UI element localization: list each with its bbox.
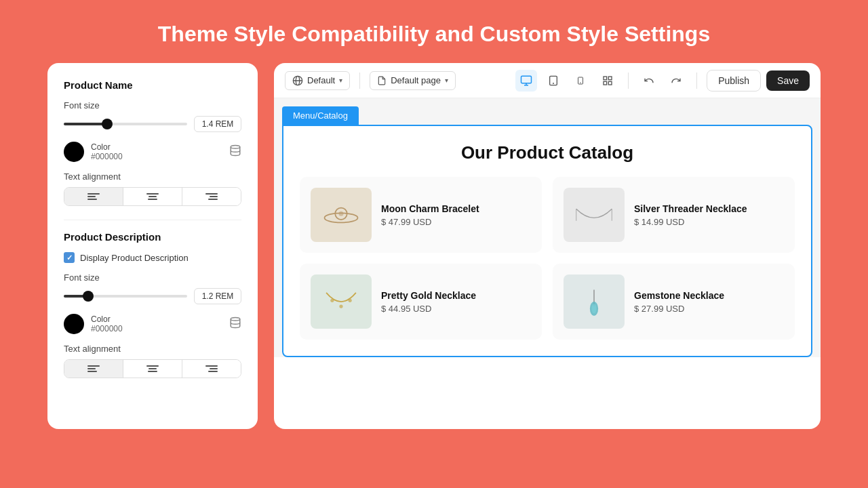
align-right-btn-2[interactable] [182, 360, 241, 378]
product-image-svg-3 [570, 281, 618, 322]
product-image-svg-1 [570, 195, 618, 235]
font-size-slider-row-2: 1.2 REM [64, 288, 241, 304]
text-alignment-label-2: Text alignment [64, 344, 241, 354]
svg-rect-14 [604, 81, 607, 85]
product-description-section: Product Description Display Product Desc… [64, 231, 241, 378]
product-description-title: Product Description [64, 231, 241, 243]
product-info-0: Moon Charm Bracelet $ 47.99 USD [381, 203, 479, 227]
color-hex-1: #000000 [91, 152, 123, 161]
slider-fill-1 [64, 123, 107, 125]
product-image-2 [311, 274, 372, 329]
product-image-1 [564, 188, 625, 242]
product-card-1: Silver Threader Necklace $ 14.99 USD [553, 177, 795, 253]
slider-thumb-1[interactable] [102, 119, 113, 129]
menu-catalog-tab[interactable]: Menu/Catalog [282, 106, 359, 125]
catalog-container: Our Product Catalog Moon Charm Br [282, 125, 812, 357]
product-price-1: $ 14.99 USD [634, 217, 747, 227]
separator-2 [628, 73, 629, 89]
editor-body: Menu/Catalog Our Product Catalog [274, 98, 821, 357]
color-info-2: Color #000000 [91, 314, 123, 333]
content-area: Product Name Font size 1.4 REM Color #00… [47, 63, 821, 429]
align-left-icon-1 [87, 193, 100, 200]
mobile-view-btn[interactable] [570, 70, 591, 92]
tablet-view-btn[interactable] [542, 70, 564, 92]
svg-rect-13 [608, 77, 612, 80]
color-row-2: Color #000000 [64, 314, 241, 334]
align-center-icon-2 [146, 365, 159, 372]
product-price-2: $ 44.95 USD [381, 304, 476, 314]
svg-point-23 [349, 299, 352, 302]
product-name-0: Moon Charm Bracelet [381, 203, 479, 214]
align-left-btn-2[interactable] [64, 360, 123, 378]
desktop-view-btn[interactable] [515, 70, 537, 92]
editor-panel: Default ▾ Default page ▾ [274, 63, 821, 429]
color-info-1: Color #000000 [91, 142, 123, 161]
theme-dropdown-label: Default [307, 75, 335, 85]
database-icon-2[interactable] [229, 317, 241, 331]
save-button[interactable]: Save [766, 70, 810, 91]
page-icon [377, 75, 387, 86]
product-card-3: Gemstone Necklace $ 27.99 USD [553, 264, 795, 340]
settings-panel: Product Name Font size 1.4 REM Color #00… [47, 63, 258, 429]
editor-toolbar: Default ▾ Default page ▾ [274, 63, 821, 98]
font-size-slider-row-1: 1.4 REM [64, 116, 241, 132]
theme-dropdown-arrow: ▾ [339, 77, 342, 84]
catalog-title: Our Product Catalog [300, 142, 795, 163]
svg-point-1 [231, 318, 240, 321]
product-price-3: $ 27.99 USD [634, 304, 724, 314]
slider-thumb-2[interactable] [83, 291, 94, 302]
color-swatch-1[interactable] [64, 142, 84, 162]
page-dropdown[interactable]: Default page ▾ [370, 71, 456, 90]
font-size-track-2[interactable] [64, 295, 187, 298]
grid-view-btn[interactable] [597, 70, 618, 92]
svg-point-18 [339, 211, 344, 216]
product-card-2: Pretty Gold Necklace $ 44.95 USD [300, 264, 542, 340]
align-center-btn-2[interactable] [123, 360, 182, 378]
align-left-btn-1[interactable] [64, 188, 123, 205]
color-hex-2: #000000 [91, 324, 123, 333]
theme-dropdown[interactable]: Default ▾ [285, 71, 350, 90]
product-card-0: Moon Charm Bracelet $ 47.99 USD [300, 177, 542, 253]
display-description-checkbox[interactable] [64, 252, 75, 263]
product-image-0 [311, 188, 372, 242]
align-center-btn-1[interactable] [123, 188, 182, 205]
color-swatch-2[interactable] [64, 314, 84, 334]
redo-btn[interactable] [665, 70, 687, 92]
display-description-row: Display Product Description [64, 252, 241, 263]
align-right-btn-1[interactable] [182, 188, 241, 205]
svg-point-22 [339, 304, 342, 308]
svg-rect-5 [521, 76, 532, 83]
align-right-icon-2 [205, 365, 218, 372]
publish-button[interactable]: Publish [707, 70, 761, 92]
alignment-row-1 [64, 187, 241, 206]
text-alignment-label-1: Text alignment [64, 171, 241, 182]
font-size-label-2: Font size [64, 272, 241, 283]
align-left-icon-2 [87, 365, 100, 372]
product-name-section: Product Name Font size 1.4 REM Color #00… [64, 79, 241, 206]
undo-btn[interactable] [638, 70, 660, 92]
font-size-label-1: Font size [64, 100, 241, 110]
font-size-track-1[interactable] [64, 123, 187, 125]
divider-1 [64, 220, 241, 220]
color-label-2: Color [91, 314, 123, 324]
color-label-1: Color [91, 142, 123, 152]
product-name-1: Silver Threader Necklace [634, 203, 747, 214]
svg-rect-15 [608, 81, 612, 85]
database-icon-1[interactable] [229, 144, 241, 159]
globe-icon [292, 75, 303, 86]
alignment-row-2 [64, 359, 241, 378]
product-info-2: Pretty Gold Necklace $ 44.95 USD [381, 290, 476, 314]
product-info-3: Gemstone Necklace $ 27.99 USD [634, 290, 724, 314]
product-image-svg-0 [317, 195, 365, 235]
svg-point-21 [330, 299, 334, 302]
product-image-svg-2 [317, 281, 365, 322]
separator-1 [359, 73, 360, 89]
product-name-3: Gemstone Necklace [634, 290, 724, 301]
separator-3 [696, 73, 697, 89]
font-size-value-1: 1.4 REM [194, 116, 241, 132]
font-size-value-2: 1.2 REM [194, 288, 241, 304]
align-right-icon-1 [205, 193, 218, 200]
product-name-2: Pretty Gold Necklace [381, 290, 476, 301]
product-image-3 [564, 274, 625, 329]
page-dropdown-label: Default page [391, 75, 441, 85]
